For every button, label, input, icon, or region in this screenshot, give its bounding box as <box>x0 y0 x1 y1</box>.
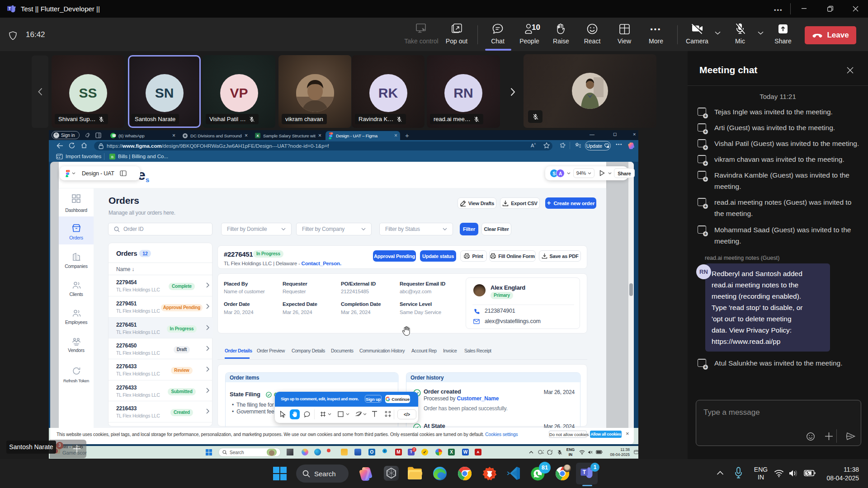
svg-text:B: B <box>111 155 113 159</box>
svg-text:T: T <box>9 6 11 11</box>
svg-text:T: T <box>583 469 586 475</box>
svg-text:X: X <box>256 134 259 138</box>
